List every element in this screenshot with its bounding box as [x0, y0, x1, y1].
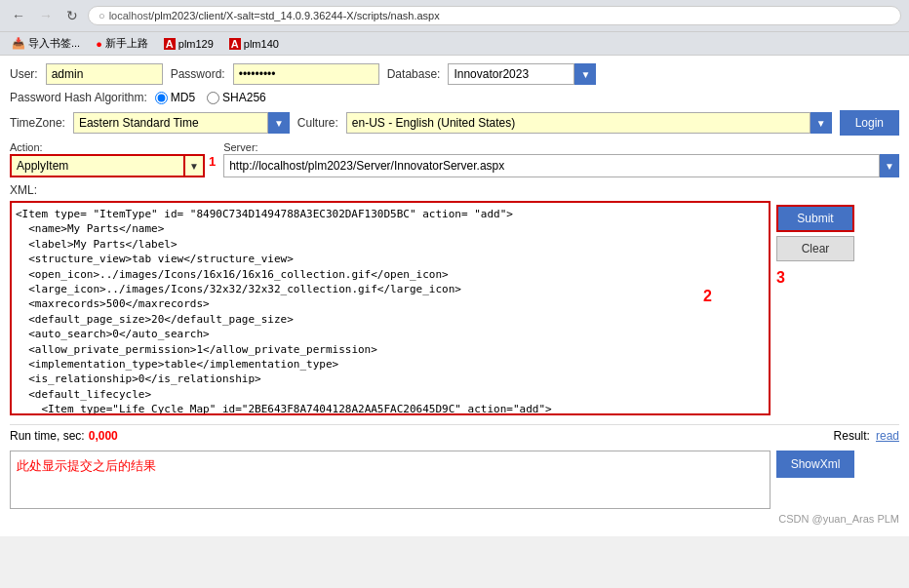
sha256-radio[interactable] — [207, 92, 219, 104]
md5-radio-item: MD5 — [155, 91, 195, 104]
server-group: Server: ▼ — [223, 141, 899, 177]
result-text: 此处显示提交之后的结果 — [17, 458, 156, 473]
bookmark-plm140[interactable]: A plm140 — [225, 36, 283, 52]
newbie-icon: ● — [96, 38, 102, 50]
action-dropdown-btn[interactable]: ▼ — [185, 154, 205, 177]
database-select-wrap: ▼ — [448, 63, 596, 85]
badge-1: 1 — [209, 154, 216, 177]
address-bar[interactable]: ○ localhost/plm2023/client/X-salt=std_14… — [88, 6, 901, 25]
runtime-value: 0,000 — [89, 429, 118, 443]
result-box: 此处显示提交之后的结果 — [10, 451, 771, 509]
user-input[interactable] — [46, 63, 163, 85]
xml-buttons: Submit Clear 3 — [776, 201, 854, 418]
back-button[interactable]: ← — [8, 6, 29, 25]
action-group: Action: ▼ 1 — [10, 141, 216, 177]
import-icon: 📥 — [12, 37, 25, 50]
culture-label: Culture: — [297, 116, 338, 130]
hash-row: Password Hash Algorithm: MD5 SHA256 — [10, 91, 899, 104]
submit-button[interactable]: Submit — [776, 205, 854, 232]
runtime-row: Run time, sec: 0,000 Result: read — [10, 424, 899, 447]
xml-container: 2 Submit Clear 3 — [10, 201, 899, 418]
timezone-input[interactable] — [73, 112, 268, 134]
runtime-left: Run time, sec: 0,000 — [10, 429, 118, 443]
clear-button[interactable]: Clear — [776, 236, 854, 261]
password-label: Password: — [171, 67, 225, 81]
culture-input[interactable] — [346, 112, 810, 134]
culture-select-wrap: ▼ — [346, 112, 832, 134]
action-input[interactable] — [10, 154, 185, 177]
badge-3: 3 — [776, 269, 785, 287]
main-content: User: Password: Database: ▼ Password Has… — [0, 56, 909, 536]
server-select-wrap: ▼ — [223, 154, 899, 177]
hash-radio-group: MD5 SHA256 — [155, 91, 266, 104]
hash-label: Password Hash Algorithm: — [10, 91, 147, 104]
forward-button[interactable]: → — [35, 6, 57, 25]
bookmark-plm129[interactable]: A plm129 — [160, 36, 217, 52]
bookmark-newbie[interactable]: ● 新手上路 — [92, 34, 152, 53]
action-server-row: Action: ▼ 1 Server: ▼ — [10, 141, 899, 177]
database-dropdown-btn[interactable]: ▼ — [574, 63, 596, 85]
password-input[interactable] — [233, 63, 379, 85]
xml-section: XML: 2 Submit Clear 3 — [10, 183, 899, 418]
browser-chrome: ← → ↻ ○ localhost/plm2023/client/X-salt=… — [0, 0, 909, 32]
login-button[interactable]: Login — [840, 110, 899, 136]
runtime-label: Run time, sec: — [10, 429, 85, 443]
watermark-text: CSDN @yuan_Aras PLM — [778, 513, 899, 525]
action-label: Action: — [10, 141, 216, 153]
show-xml-button[interactable]: ShowXml — [776, 451, 854, 478]
refresh-button[interactable]: ↻ — [62, 6, 82, 25]
database-input[interactable] — [448, 63, 574, 85]
result-area: Result: read — [834, 429, 899, 443]
result-label: Result: — [834, 429, 870, 443]
timezone-select-wrap: ▼ — [73, 112, 290, 134]
timezone-label: TimeZone: — [10, 116, 65, 130]
database-label: Database: — [387, 67, 441, 81]
sha256-label: SHA256 — [222, 91, 266, 104]
plm129-icon: A — [164, 38, 176, 50]
watermark: CSDN @yuan_Aras PLM — [10, 509, 899, 529]
credentials-row: User: Password: Database: ▼ — [10, 63, 899, 85]
xml-textarea[interactable] — [10, 201, 771, 415]
timezone-dropdown-btn[interactable]: ▼ — [268, 112, 290, 134]
bookmark-import[interactable]: 📥 导入书签... — [8, 34, 84, 53]
security-icon: ○ — [99, 10, 105, 21]
user-label: User: — [10, 67, 38, 81]
server-label: Server: — [223, 141, 899, 153]
culture-dropdown-btn[interactable]: ▼ — [810, 112, 832, 134]
url-display: localhost/plm2023/client/X-salt=std_14.0… — [109, 10, 890, 21]
sha256-radio-item: SHA256 — [207, 91, 266, 104]
xml-label: XML: — [10, 183, 37, 197]
md5-radio[interactable] — [155, 92, 168, 104]
plm140-icon: A — [229, 38, 241, 50]
result-link[interactable]: read — [876, 429, 899, 443]
result-section: 此处显示提交之后的结果 ShowXml — [10, 451, 899, 509]
bookmarks-bar: 📥 导入书签... ● 新手上路 A plm129 A plm140 — [0, 32, 909, 56]
server-dropdown-btn[interactable]: ▼ — [880, 154, 899, 177]
timezone-row: TimeZone: ▼ Culture: ▼ Login — [10, 110, 899, 136]
action-select-wrap: ▼ 1 — [10, 154, 216, 177]
md5-label: MD5 — [171, 91, 195, 104]
server-input[interactable] — [223, 154, 880, 177]
